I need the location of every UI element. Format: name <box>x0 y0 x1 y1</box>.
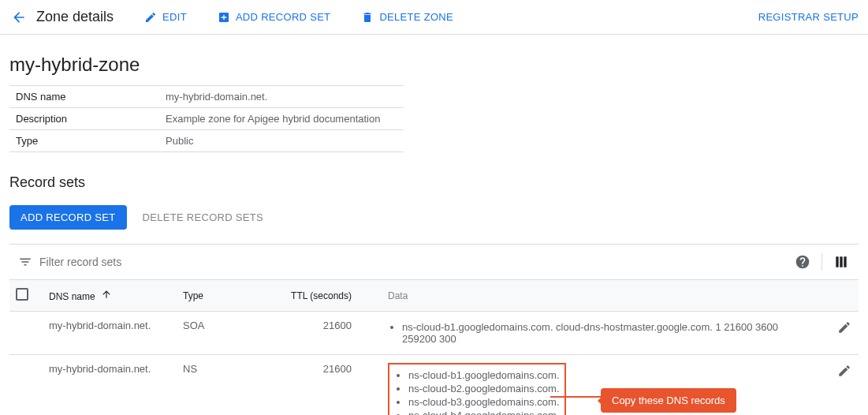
callout-text: Copy these DNS records <box>612 394 725 406</box>
filter-input[interactable] <box>36 251 241 273</box>
edit-button[interactable]: EDIT <box>136 6 195 29</box>
info-label: DNS name <box>16 91 166 103</box>
plus-box-icon <box>217 10 231 24</box>
cell-ttl: 21600 <box>323 363 352 375</box>
delete-zone-label: DELETE ZONE <box>379 11 453 23</box>
record-sets-heading: Record sets <box>9 174 859 191</box>
add-record-set-label: ADD RECORD SET <box>236 11 331 23</box>
edit-label: EDIT <box>162 11 187 23</box>
page-title: Zone details <box>36 9 114 25</box>
data-item: ns-cloud-b2.googledomains.com. <box>408 383 560 394</box>
top-bar: Zone details EDIT ADD RECORD SET DELETE … <box>0 0 868 35</box>
zone-info-table: DNS name my-hybrid-domain.net. Descripti… <box>9 85 404 152</box>
data-item: ns-cloud-b3.googledomains.com. <box>408 396 560 408</box>
edit-row-button[interactable] <box>836 320 852 335</box>
data-item: ns-cloud-b1.googledomains.com. <box>408 369 560 381</box>
back-button[interactable] <box>5 3 33 32</box>
cell-data-list: ns-cloud-b1.googledomains.com. cloud-dns… <box>388 321 805 345</box>
records-table: DNS name Type TTL (seconds) Data my-hybr… <box>9 280 859 415</box>
callout-bubble: Copy these DNS records <box>601 388 736 413</box>
cell-type: NS <box>183 363 197 375</box>
table-header-row: DNS name Type TTL (seconds) Data <box>9 280 859 312</box>
add-record-set-button-primary[interactable]: ADD RECORD SET <box>9 205 127 230</box>
info-value: my-hybrid-domain.net. <box>166 91 267 103</box>
table-row: my-hybrid-domain.net. SOA 21600 ns-cloud… <box>9 312 859 355</box>
info-row-description: Description Example zone for Apigee hybr… <box>9 108 404 130</box>
info-value: Public <box>166 135 193 147</box>
col-data: Data <box>388 290 408 301</box>
edit-row-button[interactable] <box>836 363 852 379</box>
ns-records-highlight: ns-cloud-b1.googledomains.com. ns-cloud-… <box>388 363 566 415</box>
col-ttl[interactable]: TTL (seconds) <box>291 290 352 301</box>
registrar-setup-link[interactable]: REGISTRAR SETUP <box>758 11 859 23</box>
info-row-dnsname: DNS name my-hybrid-domain.net. <box>9 86 404 108</box>
delete-record-sets-button[interactable]: DELETE RECORD SETS <box>138 205 268 230</box>
table-row: my-hybrid-domain.net. NS 21600 ns-cloud-… <box>9 355 859 416</box>
col-dns-name[interactable]: DNS name <box>49 291 95 302</box>
select-all-checkbox[interactable] <box>16 288 28 301</box>
trash-icon <box>360 10 374 24</box>
filter-row <box>9 244 859 280</box>
filter-icon[interactable] <box>14 255 36 269</box>
help-icon[interactable] <box>792 251 814 273</box>
zone-name-heading: my-hybrid-zone <box>9 54 859 76</box>
info-label: Type <box>16 135 166 147</box>
separator <box>821 253 822 271</box>
cell-dns-name: my-hybrid-domain.net. <box>49 320 151 331</box>
cell-data-list: ns-cloud-b1.googledomains.com. ns-cloud-… <box>394 369 560 415</box>
pencil-icon <box>143 10 158 24</box>
info-row-type: Type Public <box>9 130 404 152</box>
add-record-set-button[interactable]: ADD RECORD SET <box>209 6 339 29</box>
record-sets-buttons: ADD RECORD SET DELETE RECORD SETS <box>9 205 859 230</box>
arrow-left-icon <box>11 9 27 25</box>
data-item: ns-cloud-b1.googledomains.com. cloud-dns… <box>402 321 805 345</box>
data-item: ns-cloud-b4.googledomains.com. <box>408 409 560 415</box>
cell-type: SOA <box>183 320 204 331</box>
info-value: Example zone for Apigee hybrid documenta… <box>166 113 380 125</box>
col-type[interactable]: Type <box>183 290 203 301</box>
columns-icon[interactable] <box>830 251 852 273</box>
info-label: Description <box>16 113 166 125</box>
delete-zone-button[interactable]: DELETE ZONE <box>352 6 461 29</box>
cell-ttl: 21600 <box>323 320 352 331</box>
sort-asc-icon[interactable] <box>101 291 112 302</box>
content: my-hybrid-zone DNS name my-hybrid-domain… <box>0 35 868 415</box>
cell-dns-name: my-hybrid-domain.net. <box>49 363 151 375</box>
